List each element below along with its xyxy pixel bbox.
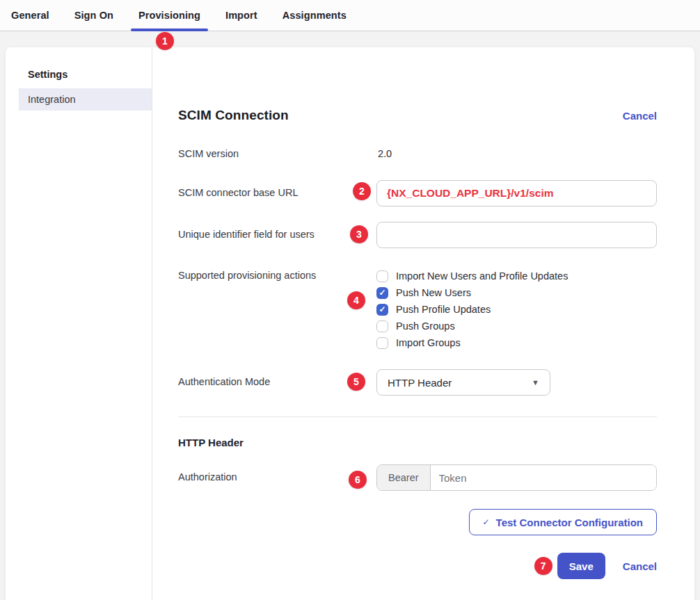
- unique-id-label: Unique identifier field for users: [178, 222, 376, 248]
- auth-mode-row: Authentication Mode 5 HTTP Header ▼: [178, 369, 657, 396]
- checkbox-icon[interactable]: [376, 304, 388, 316]
- scim-version-row: SCIM version 2.0: [178, 147, 657, 160]
- tab-label: Import: [225, 10, 257, 21]
- checkbox-import-new-users[interactable]: Import New Users and Profile Updates: [376, 268, 657, 284]
- checkbox-label: Push New Users: [396, 287, 471, 298]
- authorization-label: Authorization: [178, 464, 376, 491]
- step-badge-4: 4: [347, 291, 365, 309]
- sidebar-header: Settings: [28, 69, 152, 80]
- checkbox-icon[interactable]: [376, 337, 388, 349]
- test-connector-label: Test Connector Configuration: [496, 517, 643, 528]
- step-badge-6: 6: [349, 471, 367, 489]
- tab-import[interactable]: Import: [225, 0, 257, 31]
- tab-provisioning[interactable]: Provisioning: [138, 0, 200, 31]
- checkbox-icon[interactable]: [376, 270, 388, 282]
- tab-label: Assignments: [283, 10, 347, 21]
- provisioning-card: Settings Integration SCIM Connection Can…: [6, 47, 694, 600]
- provisioning-actions-label: Supported provisioning actions: [178, 268, 376, 351]
- checkbox-label: Import New Users and Profile Updates: [396, 270, 568, 282]
- base-url-row: SCIM connector base URL 2: [178, 180, 657, 206]
- auth-mode-selected-value: HTTP Header: [388, 377, 452, 389]
- scim-connection-panel: SCIM Connection Cancel SCIM version 2.0 …: [152, 47, 694, 600]
- tab-label: General: [11, 10, 49, 21]
- step-badge-2: 2: [353, 182, 371, 200]
- tab-label: Sign On: [74, 10, 113, 21]
- save-button[interactable]: Save: [557, 553, 605, 579]
- http-header-section-title: HTTP Header: [178, 437, 657, 449]
- step-badge-7: 7: [534, 557, 552, 575]
- checkbox-push-new-users[interactable]: Push New Users: [376, 284, 657, 301]
- scim-version-value: 2.0: [376, 148, 392, 159]
- base-url-label: SCIM connector base URL: [178, 180, 376, 206]
- unique-id-input[interactable]: [376, 222, 657, 248]
- app-tab-bar: General Sign On Provisioning Import Assi…: [0, 0, 700, 31]
- sidebar-item-integration[interactable]: Integration: [19, 88, 152, 111]
- bearer-prefix: Bearer: [377, 465, 431, 490]
- tab-assignments[interactable]: Assignments: [283, 0, 347, 31]
- checkbox-label: Import Groups: [396, 337, 461, 348]
- sidebar-item-label: Integration: [28, 94, 76, 105]
- step-badge-5: 5: [347, 373, 365, 391]
- token-input[interactable]: [431, 465, 656, 490]
- cancel-link-top[interactable]: Cancel: [623, 110, 657, 122]
- checkbox-icon[interactable]: [376, 287, 388, 299]
- chevron-down-icon: ▼: [532, 378, 539, 387]
- authorization-input-group: Bearer: [376, 464, 657, 491]
- provisioning-actions-row: Supported provisioning actions 4 Import …: [178, 268, 657, 351]
- authorization-row: Authorization 6 Bearer: [178, 464, 657, 491]
- check-icon: ✓: [483, 517, 490, 527]
- settings-sidebar: Settings Integration: [6, 47, 152, 600]
- checkbox-label: Push Profile Updates: [396, 304, 491, 315]
- base-url-input[interactable]: [376, 180, 657, 206]
- cancel-link-bottom[interactable]: Cancel: [623, 560, 657, 572]
- test-connector-configuration-button[interactable]: ✓ Test Connector Configuration: [469, 509, 657, 535]
- checkbox-import-groups[interactable]: Import Groups: [376, 334, 657, 351]
- step-badge-1: 1: [156, 32, 174, 50]
- checkbox-push-groups[interactable]: Push Groups: [376, 318, 657, 334]
- checkbox-label: Push Groups: [396, 321, 455, 332]
- checkbox-push-profile-updates[interactable]: Push Profile Updates: [376, 301, 657, 318]
- page-title: SCIM Connection: [178, 108, 289, 123]
- tab-general[interactable]: General: [11, 0, 49, 31]
- tab-label: Provisioning: [138, 10, 200, 21]
- scim-version-label: SCIM version: [178, 148, 376, 159]
- unique-id-row: Unique identifier field for users 3: [178, 222, 657, 248]
- step-badge-3: 3: [350, 225, 368, 243]
- auth-mode-select[interactable]: HTTP Header ▼: [376, 369, 550, 396]
- checkbox-icon[interactable]: [376, 321, 388, 332]
- tab-sign-on[interactable]: Sign On: [74, 0, 113, 31]
- section-divider: [178, 416, 657, 417]
